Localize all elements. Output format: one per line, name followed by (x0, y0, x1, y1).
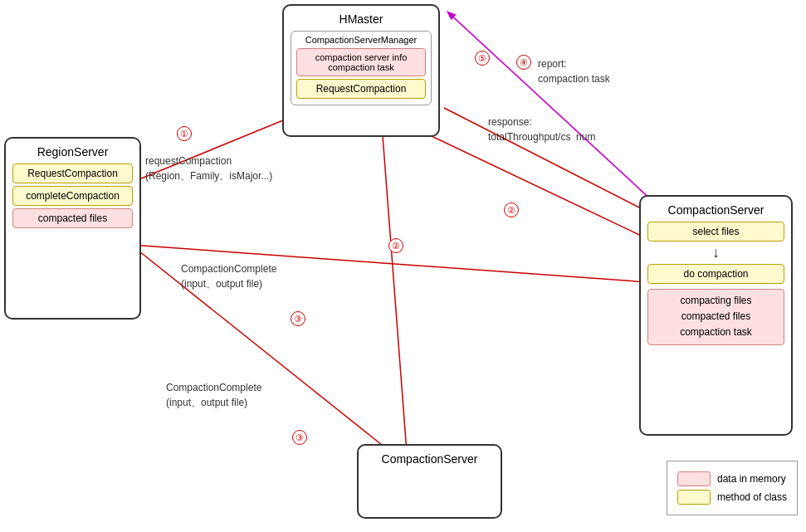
label-complete2: CompactionComplete(input、output file) (166, 380, 261, 410)
legend: data in memory method of class (667, 461, 798, 515)
rs-request-compaction: RequestCompaction (12, 164, 133, 183)
hmaster-request-compaction: RequestCompaction (296, 79, 426, 99)
csm-inner-title: compaction server infocompaction task (315, 52, 408, 72)
csm-data-box: compaction server infocompaction task (296, 48, 426, 76)
csm-title: CompactionServerManager (296, 35, 426, 45)
legend-item-memory: data in memory (677, 471, 787, 486)
down-arrow-icon: ↓ (647, 244, 784, 261)
label-complete1: CompactionComplete(input、output file) (181, 261, 276, 291)
circle-3a: ③ (291, 311, 305, 326)
svg-line-5 (382, 124, 407, 452)
circle-2a: ② (388, 238, 403, 253)
cs-right-title: CompactionServer (647, 203, 784, 217)
label-request-compaction: requestCompaction(Region、Family、isMajor.… (145, 154, 272, 183)
legend-color-method (677, 490, 711, 505)
label-report: report:compaction task (538, 56, 610, 86)
svg-line-7 (448, 12, 664, 212)
cs-data-box: compacting filescompacted filescompactio… (647, 289, 784, 345)
diagram: HMaster CompactionServerManager compacti… (0, 0, 806, 532)
circle-2b: ② (504, 203, 519, 217)
hmaster-node: HMaster CompactionServerManager compacti… (282, 4, 440, 137)
svg-line-6 (448, 12, 664, 212)
rs-complete-compaction: completeCompaction (12, 186, 133, 206)
circle-4: ④ (516, 55, 531, 70)
region-server-node: RegionServer RequestCompaction completeC… (4, 137, 141, 320)
legend-item-method: method of class (677, 490, 787, 505)
compaction-server-right-node: CompactionServer select files ↓ do compa… (639, 195, 793, 436)
region-server-title: RegionServer (12, 145, 133, 159)
legend-color-memory (677, 471, 711, 486)
compaction-server-manager-box: CompactionServerManager compaction serve… (291, 31, 432, 105)
circle-5: ⑤ (475, 51, 490, 66)
compaction-server-bottom-node: CompactionServer (357, 444, 502, 519)
hmaster-title: HMaster (291, 12, 432, 26)
cs-do-compaction: do compaction (647, 264, 784, 284)
circle-1: ① (177, 126, 192, 141)
circle-3b: ③ (292, 430, 307, 445)
cs-select-files: select files (647, 222, 784, 242)
legend-label-method: method of class (717, 491, 787, 503)
label-response: response:totalThroughput/cs num (488, 115, 595, 144)
rs-compacted-files: compacted files (12, 208, 133, 228)
legend-label-memory: data in memory (717, 473, 786, 485)
cs-bottom-title: CompactionServer (365, 452, 494, 466)
